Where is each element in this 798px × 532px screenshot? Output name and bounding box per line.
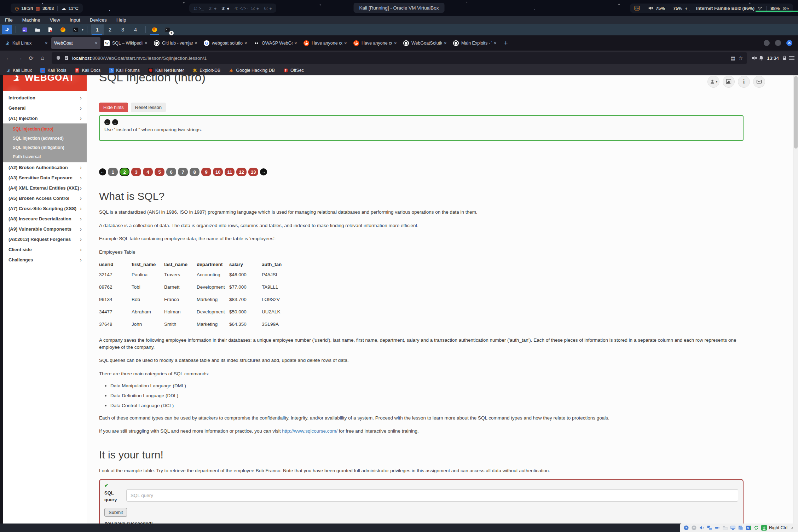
bookmark-item[interactable]: Google Hacking DB [229,68,275,73]
sidebar-item[interactable]: (A7) Cross-Site Scripting (XSS)› [3,203,87,214]
page-button-3[interactable]: 3 [131,168,141,176]
back-button[interactable]: ← [4,55,13,61]
bookmark-item[interactable]: Kali NetHunter [148,68,184,73]
terminal-task-button[interactable]: 2 [162,25,172,34]
tab-close-button[interactable]: × [444,40,447,46]
vbox-menu-machine[interactable]: Machine [22,17,40,23]
tab-close-button[interactable]: × [45,40,48,46]
new-tab-button[interactable]: + [500,39,512,47]
page-button-11[interactable]: 11 [225,168,235,176]
hide-hints-button[interactable]: Hide hints [99,103,128,112]
vbox-menu-file[interactable]: File [5,17,13,23]
sidebar-item[interactable]: (A5) Broken Access Control› [3,193,87,203]
tab-close-button[interactable]: × [195,40,197,46]
page-button-13[interactable]: 13 [248,168,258,176]
workspace-button-2[interactable]: 2 [104,24,116,35]
workspace-button-1[interactable]: 1 [91,24,104,35]
page-button-12[interactable]: 12 [236,168,246,176]
sidebar-lesson-item[interactable]: SQL Injection (intro) [3,125,87,134]
host-workspace-indicator[interactable]: 1: >_ [193,6,204,11]
tab-close-button[interactable]: × [344,40,347,46]
contact-button[interactable] [753,76,765,88]
page-button-6[interactable]: 6 [166,168,176,176]
text-editor-button[interactable] [45,25,55,34]
bookmark-item[interactable]: Kali Forums [109,68,140,73]
host-workspace-indicator[interactable]: 5: ● [251,6,259,11]
browser-tab[interactable]: Kali Linux× [1,37,51,49]
sidebar-item[interactable]: (A8) Insecure Deserialization› [3,214,87,224]
browser-tab[interactable]: WebGoatSolutions/Sql× [400,37,450,49]
sidebar-item[interactable]: (A4) XML External Entities (XXE)› [3,183,87,193]
browser-tab[interactable]: Have anyone completed× [301,37,350,49]
vm-window-title[interactable]: Kali [Running] - Oracle VM VirtualBox [354,3,445,13]
scrollbar-thumb[interactable] [794,76,798,149]
sidebar-lesson-item[interactable]: SQL Injection (advanced) [3,134,87,143]
host-workspace-indicator[interactable]: 2: ● [209,6,216,11]
firefox-launcher-button[interactable] [58,25,68,34]
sidebar-item[interactable]: Client side› [3,244,87,255]
sidebar-item[interactable]: (A8:2013) Request Forgeries› [3,234,87,244]
sidebar-item[interactable]: (A2) Broken Authentication› [3,162,87,173]
page-button-5[interactable]: 5 [155,168,164,176]
host-workspace-indicator[interactable]: 4: </> [235,6,246,11]
kali-menu-button[interactable] [2,25,12,34]
next-page-button[interactable]: → [260,168,267,175]
sidebar-item[interactable]: (A9) Vulnerable Components› [3,224,87,234]
speaker-icon[interactable] [648,6,653,11]
browser-tab[interactable]: OWASP WebGoat: Gen× [251,37,300,49]
folder-button[interactable] [32,25,42,34]
tab-close-button[interactable]: × [394,40,397,46]
firefox-task-button[interactable] [149,25,160,34]
bookmark-item[interactable]: Exploit-DB [192,68,220,73]
host-network-name[interactable]: Internet Familie Bolz (86%) [696,6,754,11]
sidebar-item[interactable]: (A3) Sensitive Data Exposure› [3,173,87,183]
minimize-button[interactable] [764,40,770,46]
submit-button[interactable]: Submit [104,508,127,517]
sidebar-item[interactable]: (A1) Injection› [3,113,87,123]
browser-tab[interactable]: WebGoat× [51,37,100,49]
browser-tab[interactable]: WSQL – Wikipedia× [101,37,150,49]
sql-query-input[interactable] [126,489,738,502]
page-scrollbar[interactable] [793,75,798,524]
page-button-4[interactable]: 4 [143,168,153,176]
vbox-menu-help[interactable]: Help [116,17,126,23]
mute-tab-icon[interactable] [751,55,757,61]
page-info-icon[interactable] [64,56,69,60]
workspace-button-4[interactable]: 4 [129,24,142,35]
lock-icon[interactable] [782,55,787,61]
sidebar-item[interactable]: Introduction› [3,93,87,103]
host-volume[interactable]: 75% [656,6,665,11]
notification-bell-icon[interactable] [758,55,764,61]
close-window-button[interactable]: ✕ [786,40,792,46]
webgoat-logo[interactable]: WEBGOAT [11,75,75,83]
forward-button[interactable]: → [15,55,25,61]
url-bar[interactable]: localhost:8080/WebGoat/start.mvc#lesson/… [52,52,747,64]
sqlcourse-link[interactable]: http://www.sqlcourse.com/ [282,428,337,434]
page-button-8[interactable]: 8 [190,168,200,176]
tab-close-button[interactable]: × [244,40,247,46]
vbox-menu-input[interactable]: Input [70,17,80,23]
browser-tab[interactable]: Have anyone complete× [351,37,400,49]
clock-extension[interactable]: 13:34 [765,56,780,61]
menu-icon[interactable] [789,56,794,60]
sidebar-item[interactable]: General› [3,103,87,113]
maximize-button[interactable] [775,40,781,46]
bookmark-item[interactable]: OffSec [283,68,304,73]
url-text[interactable]: localhost:8080/WebGoat/start.mvc#lesson/… [72,56,727,61]
user-menu-button[interactable]: ▾ [707,76,719,88]
host-brightness[interactable]: 75% [673,6,682,11]
file-manager-button[interactable] [19,25,30,34]
browser-tab[interactable]: Gwebgoat solutions - Go× [201,37,250,49]
next-hint-button[interactable]: → [112,119,118,125]
terminal-launcher-button[interactable] [70,25,81,34]
reset-lesson-button[interactable]: Reset lesson [131,103,166,112]
previous-hint-button[interactable]: ← [104,119,110,125]
scoreboard-button[interactable] [723,76,735,88]
sidebar-item[interactable]: Challenges› [3,255,87,265]
browser-tab[interactable]: Main Exploits · WebGoa× [450,37,499,49]
reader-view-icon[interactable]: ▤ [730,55,735,61]
browser-tab[interactable]: GitHub - vernjan/webgo× [151,37,200,49]
bookmark-item[interactable]: Kali Tools [40,68,66,73]
vbox-menu-devices[interactable]: Devices [90,17,107,23]
reload-button[interactable]: ⟳ [26,55,36,62]
